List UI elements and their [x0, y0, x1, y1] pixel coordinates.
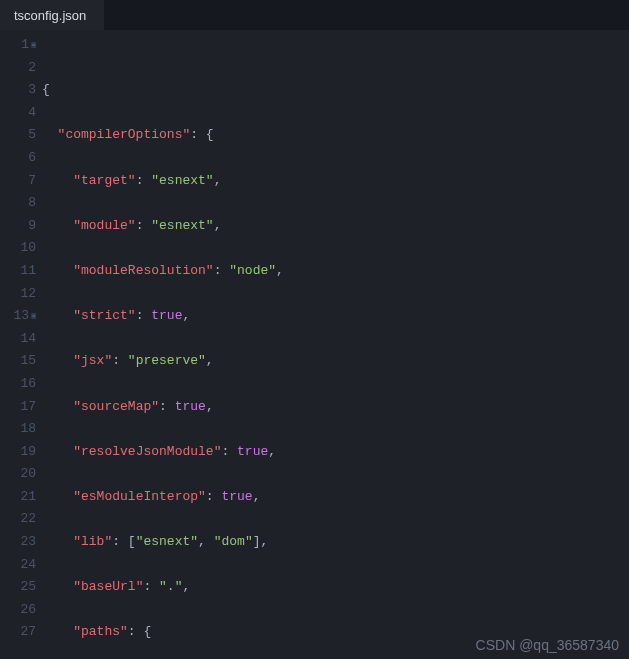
line-number: 5 [0, 124, 36, 147]
line-number: 4 [0, 102, 36, 125]
tab-tsconfig[interactable]: tsconfig.json [0, 0, 104, 30]
code-line: "module": "esnext", [42, 215, 629, 238]
line-number: 9 [0, 215, 36, 238]
line-number: 15 [0, 350, 36, 373]
code-area[interactable]: { "compilerOptions": { "target": "esnext… [42, 34, 629, 659]
line-number: 23 [0, 531, 36, 554]
line-number: 11 [0, 260, 36, 283]
line-number: 19 [0, 441, 36, 464]
code-line: "strict": true, [42, 305, 629, 328]
code-line: "baseUrl": ".", [42, 576, 629, 599]
line-number: 17 [0, 396, 36, 419]
line-number: 12 [0, 283, 36, 306]
code-line: "sourceMap": true, [42, 396, 629, 419]
line-number: 16 [0, 373, 36, 396]
code-line: "target": "esnext", [42, 170, 629, 193]
line-number: 21 [0, 486, 36, 509]
code-line: "compilerOptions": { [42, 124, 629, 147]
tab-filename: tsconfig.json [14, 8, 86, 23]
code-line: "lib": ["esnext", "dom"], [42, 531, 629, 554]
line-number: 1▣ [0, 34, 36, 57]
line-number: 13▣ [0, 305, 36, 328]
line-number: 18 [0, 418, 36, 441]
line-number: 20 [0, 463, 36, 486]
tab-bar: tsconfig.json [0, 0, 629, 30]
gutter: 1▣2345678910111213▣141516171819202122232… [0, 34, 42, 659]
line-number: 24 [0, 554, 36, 577]
line-number: 14 [0, 328, 36, 351]
editor: 1▣2345678910111213▣141516171819202122232… [0, 30, 629, 659]
code-line: "resolveJsonModule": true, [42, 441, 629, 464]
code-line: "esModuleInterop": true, [42, 486, 629, 509]
fold-icon[interactable]: ▣ [31, 312, 36, 320]
line-number: 25 [0, 576, 36, 599]
line-number: 22 [0, 508, 36, 531]
code-line: { [42, 79, 629, 102]
line-number: 8 [0, 192, 36, 215]
line-number: 10 [0, 237, 36, 260]
fold-icon[interactable]: ▣ [31, 41, 36, 49]
line-number: 3 [0, 79, 36, 102]
line-number: 26 [0, 599, 36, 622]
line-number: 2 [0, 57, 36, 80]
line-number: 27 [0, 621, 36, 644]
line-number: 6 [0, 147, 36, 170]
watermark: CSDN @qq_36587340 [476, 637, 619, 653]
code-line: "jsx": "preserve", [42, 350, 629, 373]
code-line: "moduleResolution": "node", [42, 260, 629, 283]
line-number: 7 [0, 170, 36, 193]
